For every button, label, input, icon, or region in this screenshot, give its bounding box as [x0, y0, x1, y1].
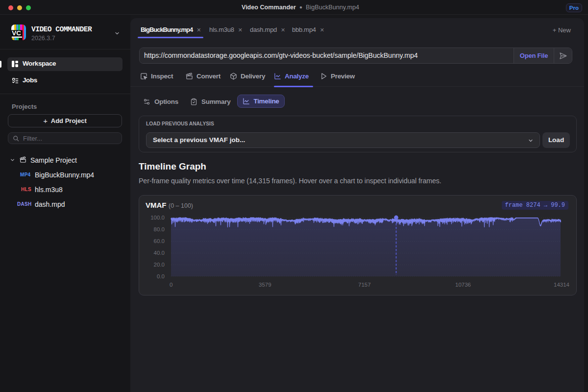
svg-text:VC: VC [12, 29, 21, 37]
